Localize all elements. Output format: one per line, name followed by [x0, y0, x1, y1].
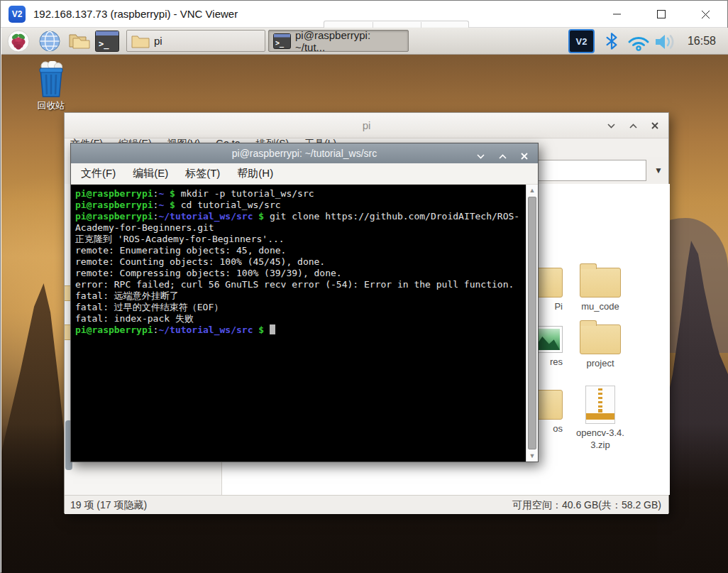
vnc-window-title: 192.168.137.73 (raspberrypi) - VNC Viewe… [33, 1, 238, 28]
recycle-bin-label: 回收站 [27, 99, 75, 112]
terminal-line: 正克隆到 'ROS-Academy-for-Beginners'... [75, 234, 521, 245]
minimize-icon[interactable] [473, 148, 488, 164]
terminal-cursor [270, 324, 275, 334]
menu-item[interactable]: 编辑(E) [133, 167, 168, 180]
terminal-output[interactable]: pi@raspberrypi:~ $ mkdir -p tutorial_ws/… [71, 185, 538, 462]
svg-text:>_: >_ [275, 39, 285, 48]
menu-item[interactable]: 帮助(H) [237, 167, 273, 180]
file-item-label: Pi [554, 300, 563, 312]
recycle-bin-icon [35, 61, 67, 98]
filemanager-titlebar[interactable]: pi [65, 113, 668, 138]
minimize-icon[interactable] [603, 118, 619, 133]
terminal-icon: >_ [273, 33, 291, 49]
volume-icon[interactable] [654, 33, 678, 50]
terminal-line: remote: Compressing objects: 100% (39/39… [75, 268, 521, 279]
filemanager-statusbar: 19 项 (17 项隐藏) 可用空间：40.6 GB(共：58.2 GB) [65, 495, 668, 514]
terminal-line: remote: Counting objects: 100% (45/45), … [75, 256, 521, 268]
window-controls [595, 1, 727, 28]
free-space-status: 可用空间：40.6 GB(共：58.2 GB) [512, 496, 661, 514]
terminal-window: pi@raspberrypi: ~/tutorial_ws/src 文件(F)编… [70, 143, 539, 462]
terminal-line: fatal: index-pack 失败 [75, 313, 521, 324]
taskbar-window-terminal[interactable]: >_ pi@raspberrypi: ~/tut... [268, 30, 409, 52]
file-item-label: res [550, 356, 563, 368]
scroll-down-icon[interactable]: ▼ [526, 450, 538, 462]
folder-icon [580, 268, 621, 298]
file-item-label: os [553, 422, 563, 435]
folder-icon [580, 324, 621, 354]
terminal-launcher-icon[interactable]: >_ [95, 31, 119, 52]
vnc-viewer-window: V2 192.168.137.73 (raspberrypi) - VNC Vi… [0, 0, 728, 573]
vnc-app-icon: V2 [9, 6, 26, 23]
terminal-titlebar[interactable]: pi@raspberrypi: ~/tutorial_ws/src [71, 143, 538, 163]
maximize-icon[interactable] [639, 1, 683, 28]
terminal-menubar: 文件(F)编辑(E)标签(T)帮助(H) [71, 163, 538, 185]
folder-icon [131, 34, 150, 48]
terminal-line: pi@raspberrypi:~ $ cd tutorial_ws/src [75, 200, 521, 211]
terminal-line: pi@raspberrypi:~ $ mkdir -p tutorial_ws/… [75, 188, 521, 200]
taskbar: >_ pi >_ pi@raspberrypi: ~/tut... [1, 28, 728, 55]
file-item[interactable]: opencv-3.4. 3.zip [570, 386, 630, 451]
terminal-line: fatal: 过早的文件结束符（EOF） [75, 302, 521, 313]
taskbar-window-label: pi [154, 35, 162, 47]
vnc-toolbar-handle[interactable] [324, 21, 469, 28]
menu-item[interactable]: 标签(T) [185, 167, 220, 180]
taskbar-window-label: pi@raspberrypi: ~/tut... [295, 29, 402, 53]
terminal-line: pi@raspberrypi:~/tutorial_ws/src $ [75, 324, 521, 336]
vnc-titlebar: V2 192.168.137.73 (raspberrypi) - VNC Vi… [1, 1, 727, 28]
file-item[interactable]: mu_code [570, 263, 630, 312]
menu-item[interactable]: 文件(F) [81, 167, 116, 180]
terminal-line: fatal: 远端意外挂断了 [75, 290, 521, 302]
scroll-up-icon[interactable]: ▲ [526, 185, 538, 196]
taskbar-clock[interactable]: 16:58 [680, 28, 724, 55]
close-icon[interactable] [647, 118, 663, 133]
minimize-icon[interactable] [595, 1, 639, 28]
taskbar-window-filemanager[interactable]: pi [126, 30, 265, 52]
maximize-icon[interactable] [625, 118, 641, 133]
remote-desktop: >_ pi >_ pi@raspberrypi: ~/tut... [1, 28, 728, 573]
scrollbar-thumb[interactable] [528, 197, 536, 449]
filemanager-title: pi [65, 113, 668, 138]
raspberry-menu-icon[interactable] [7, 30, 30, 53]
terminal-line: Academy-for-Beginners.git [75, 222, 521, 234]
vnc-tray-icon[interactable]: V2 [568, 29, 595, 53]
close-icon[interactable] [683, 1, 727, 28]
dropdown-arrow-icon[interactable]: ▼ [651, 163, 666, 178]
zip-icon [585, 386, 615, 424]
close-icon[interactable] [517, 148, 532, 164]
terminal-line: remote: Enumerating objects: 45, done. [75, 245, 521, 256]
terminal-line: pi@raspberrypi:~/tutorial_ws/src $ git c… [75, 211, 521, 222]
terminal-scrollbar[interactable]: ▲ ▼ [526, 185, 538, 462]
wifi-icon[interactable] [627, 33, 650, 51]
file-item-label: project [586, 357, 614, 369]
bluetooth-icon[interactable] [604, 32, 619, 50]
item-count-status: 19 项 (17 项隐藏) [70, 496, 147, 514]
svg-text:>_: >_ [99, 39, 109, 50]
file-manager-icon[interactable] [68, 32, 91, 50]
file-item[interactable]: project [570, 320, 630, 369]
web-browser-icon[interactable] [38, 30, 61, 53]
file-item-label: mu_code [581, 300, 619, 312]
recycle-bin[interactable]: 回收站 [27, 61, 75, 112]
maximize-icon[interactable] [495, 148, 510, 164]
terminal-line: error: RPC failed; curl 56 GnuTLS recv e… [75, 279, 521, 290]
file-item-label: opencv-3.4. 3.zip [576, 427, 624, 451]
terminal-title: pi@raspberrypi: ~/tutorial_ws/src [71, 143, 538, 163]
